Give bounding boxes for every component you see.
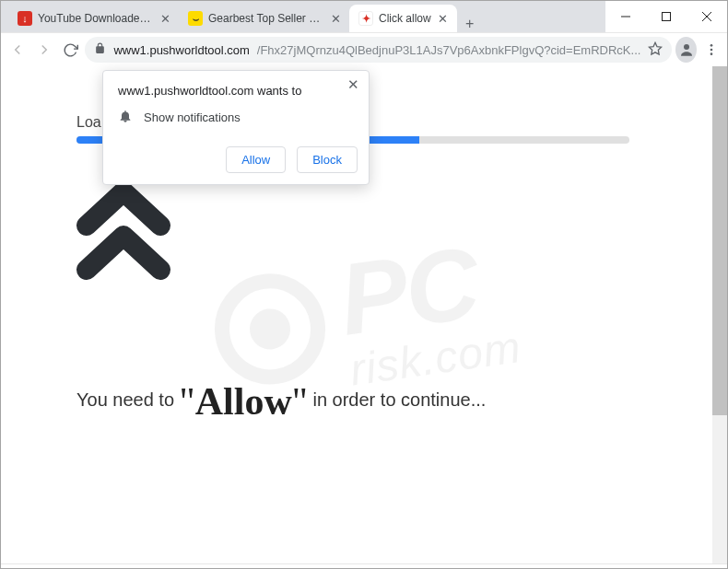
browser-toolbar: www1.pushworldtool.com/Fhx27jMQrnzu4QlBe… (1, 33, 727, 66)
svg-marker-4 (650, 42, 662, 54)
svg-point-8 (710, 52, 712, 55)
menu-kebab-icon[interactable] (700, 42, 722, 57)
address-bar[interactable]: www1.pushworldtool.com/Fhx27jMQrnzu4QlBe… (85, 37, 672, 63)
permission-label: Show notifications (144, 110, 241, 124)
forward-button[interactable] (32, 36, 54, 64)
tab-youtube-downloader[interactable]: ↓ YouTube Downloader - Do ✕ (8, 5, 179, 32)
tabs-strip: ↓ YouTube Downloader - Do ✕ ⌣ Gearbest T… (1, 1, 605, 32)
tab-title: YouTube Downloader - Do (38, 12, 153, 25)
scrollbar-thumb[interactable] (712, 66, 727, 415)
prompt-origin-text: www1.pushworldtool.com wants to (118, 84, 354, 98)
close-tab-icon[interactable]: ✕ (329, 12, 342, 25)
close-tab-icon[interactable]: ✕ (159, 12, 171, 25)
lock-icon (94, 42, 106, 57)
svg-point-7 (710, 49, 712, 52)
minimize-button[interactable] (605, 1, 646, 32)
titlebar: ↓ YouTube Downloader - Do ✕ ⌣ Gearbest T… (1, 1, 727, 33)
svg-point-5 (684, 44, 689, 50)
chevron-up-graphic (73, 175, 174, 284)
prompt-close-icon[interactable]: ✕ (343, 75, 363, 95)
tab-click-allow[interactable]: ✦ Click allow ✕ (349, 5, 457, 32)
url-host: www1.pushworldtool.com (113, 43, 249, 57)
msg-allow-word: Allow (195, 380, 292, 423)
window-frame-bottom (1, 563, 727, 568)
msg-quote-open: " (180, 380, 195, 423)
new-tab-button[interactable]: + (457, 16, 483, 32)
msg-pre: You need to (76, 389, 180, 410)
instruction-message: You need to "Allow" in order to continue… (76, 379, 486, 424)
url-path: /Fhx27jMQrnzu4QlBedjnuP3L1AJs7Vp6AxbnkFP… (257, 43, 641, 57)
close-tab-icon[interactable]: ✕ (437, 12, 450, 25)
scrollbar[interactable] (712, 66, 727, 565)
notification-permission-prompt: ✕ www1.pushworldtool.com wants to Show n… (102, 70, 370, 185)
msg-quote-close: " (292, 380, 308, 423)
msg-post: in order to continue... (308, 389, 486, 410)
tab-title: Click allow (379, 12, 431, 25)
svg-rect-1 (663, 13, 671, 21)
close-window-button[interactable] (687, 1, 727, 32)
window-controls (605, 1, 727, 32)
favicon-smile-icon: ⌣ (188, 11, 203, 26)
maximize-button[interactable] (646, 1, 687, 32)
reload-button[interactable] (59, 36, 81, 64)
bookmark-star-icon[interactable] (648, 41, 663, 59)
profile-avatar-icon[interactable] (675, 37, 697, 63)
tab-title: Gearbest Top Seller - Dive (208, 12, 323, 25)
back-button[interactable] (6, 36, 29, 64)
bell-icon (118, 109, 133, 126)
favicon-download-icon: ↓ (18, 11, 32, 26)
allow-button[interactable]: Allow (226, 146, 286, 173)
svg-point-6 (710, 44, 712, 47)
tab-gearbest[interactable]: ⌣ Gearbest Top Seller - Dive ✕ (179, 5, 349, 32)
block-button[interactable]: Block (297, 146, 358, 173)
favicon-sparkle-icon: ✦ (358, 11, 373, 26)
